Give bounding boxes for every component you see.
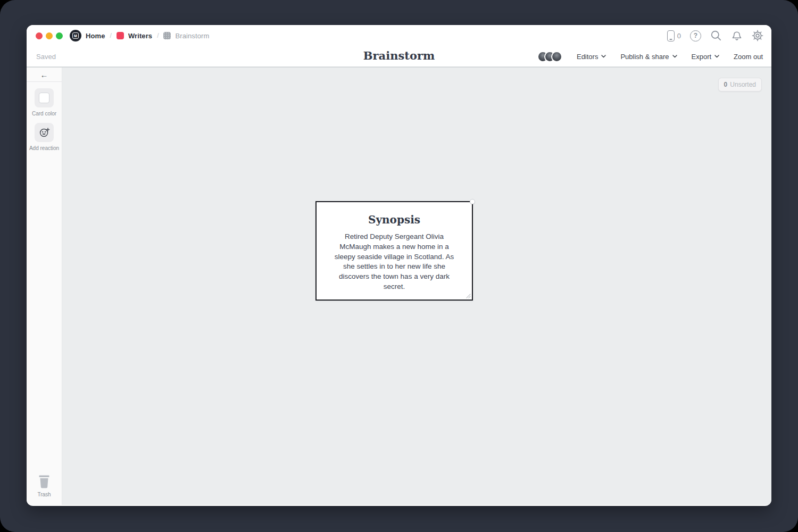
toolbar: Saved Brainstorm Editors Publish & share: [27, 46, 771, 68]
zoom-out-button[interactable]: Zoom out: [734, 53, 763, 61]
export-label: Export: [692, 53, 712, 61]
card-color-swatch: [39, 93, 49, 103]
note-card-body[interactable]: Retired Deputy Sergeant Olivia McMaugh m…: [328, 232, 460, 292]
publish-share-label: Publish & share: [620, 53, 669, 61]
export-dropdown[interactable]: Export: [692, 53, 720, 61]
board-icon-red: [117, 32, 124, 39]
note-card[interactable]: Synopsis Retired Deputy Sergeant Olivia …: [315, 201, 473, 301]
publish-share-dropdown[interactable]: Publish & share: [620, 53, 677, 61]
sidebar: ← Card color: [27, 68, 62, 505]
board-icon-gray: [163, 32, 171, 39]
add-reaction-label: Add reaction: [29, 145, 59, 151]
editor-avatars[interactable]: [537, 51, 562, 62]
titlebar: M Home / Writers / Brainstorm 0: [27, 25, 771, 46]
maximize-window-button[interactable]: [56, 32, 63, 39]
help-button[interactable]: ?: [690, 30, 701, 41]
sidebar-header: ←: [27, 68, 62, 82]
unsorted-label: Unsorted: [730, 81, 756, 88]
note-card-title[interactable]: Synopsis: [317, 213, 472, 226]
toolbar-actions: Editors Publish & share Export Zoom out: [537, 46, 763, 66]
bell-icon: [731, 30, 743, 41]
search-button[interactable]: [710, 30, 722, 41]
trash-icon: [37, 473, 52, 489]
phone-icon: [667, 30, 675, 41]
add-reaction-tool[interactable]: Add reaction: [29, 123, 59, 151]
device-count: 0: [677, 32, 681, 40]
settings-button[interactable]: [752, 30, 763, 41]
zoom-out-label: Zoom out: [734, 53, 763, 61]
connector-dot[interactable]: [470, 199, 475, 204]
breadcrumb-brainstorm[interactable]: Brainstorm: [163, 32, 209, 40]
chevron-down-icon: [714, 55, 719, 58]
milanote-logo-icon: M: [70, 30, 81, 41]
main-area: ← Card color: [27, 68, 771, 505]
card-color-label: Card color: [32, 111, 56, 117]
breadcrumb-home[interactable]: M Home: [70, 30, 105, 41]
unsorted-badge[interactable]: 0 Unsorted: [718, 78, 762, 92]
avatar: [551, 51, 562, 62]
help-icon: ?: [690, 30, 701, 41]
desktop-background: M Home / Writers / Brainstorm 0: [0, 0, 798, 532]
breadcrumb: M Home / Writers / Brainstorm: [70, 30, 209, 41]
breadcrumb-writers[interactable]: Writers: [117, 32, 152, 40]
board-canvas[interactable]: 0 Unsorted Synopsis Retired Deputy Serge…: [62, 68, 771, 505]
titlebar-actions: 0 ?: [667, 30, 771, 41]
resize-handle[interactable]: [465, 293, 471, 298]
gear-icon: [752, 30, 763, 41]
app-window: M Home / Writers / Brainstorm 0: [27, 25, 771, 506]
search-icon: [710, 30, 722, 41]
breadcrumb-writers-label: Writers: [128, 32, 152, 40]
back-arrow-icon[interactable]: ←: [40, 71, 48, 79]
editors-label: Editors: [577, 53, 598, 61]
card-color-tool[interactable]: Card color: [32, 88, 56, 117]
close-window-button[interactable]: [36, 32, 43, 39]
trash-label: Trash: [37, 492, 51, 497]
mobile-devices-button[interactable]: 0: [667, 30, 681, 41]
notifications-button[interactable]: [731, 30, 743, 41]
chevron-down-icon: [601, 55, 606, 58]
breadcrumb-separator: /: [157, 32, 159, 39]
breadcrumb-brainstorm-label: Brainstorm: [175, 32, 209, 40]
unsorted-count: 0: [724, 81, 728, 88]
editors-dropdown[interactable]: Editors: [577, 53, 606, 61]
breadcrumb-separator: /: [110, 32, 112, 39]
traffic-lights: [36, 32, 63, 39]
breadcrumb-home-label: Home: [86, 32, 105, 40]
minimize-window-button[interactable]: [46, 32, 53, 39]
add-reaction-button[interactable]: [35, 123, 54, 142]
chevron-down-icon: [672, 55, 677, 58]
card-color-button[interactable]: [35, 88, 54, 107]
add-reaction-icon: [39, 127, 50, 138]
trash-tool[interactable]: Trash: [37, 473, 52, 497]
